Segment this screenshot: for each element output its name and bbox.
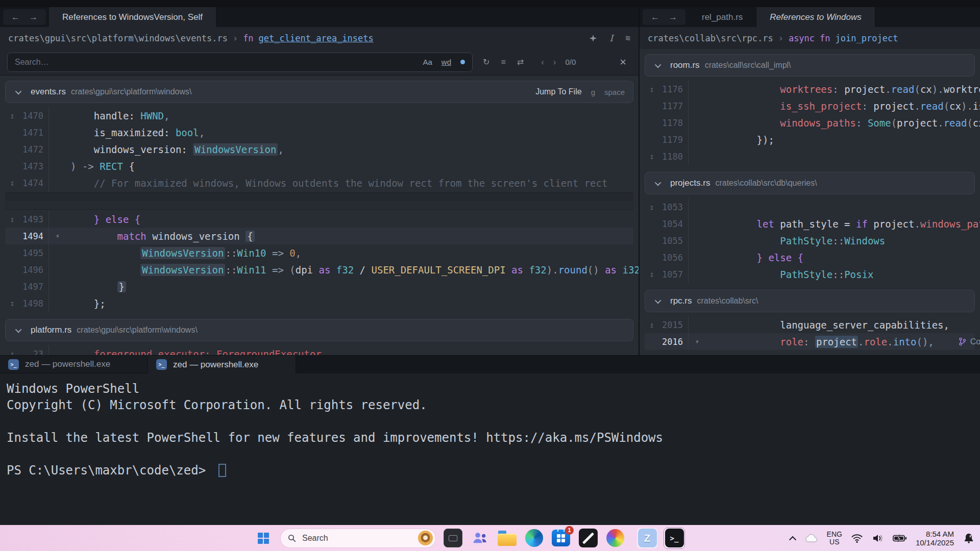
expand-excerpt-icon[interactable]: ↧	[645, 152, 659, 161]
taskbar-app-zed[interactable]: Z	[637, 528, 657, 548]
code-line[interactable]: ↧1180	[645, 148, 975, 165]
case-sensitive-toggle[interactable]: Aa	[423, 58, 432, 66]
notification-bell-icon[interactable]: z	[963, 532, 975, 544]
line-number[interactable]: 1176	[659, 81, 689, 97]
line-number[interactable]: 1054	[659, 215, 689, 232]
whole-word-toggle[interactable]: wd	[442, 58, 451, 66]
waves-icon[interactable]: ≋	[625, 33, 630, 43]
code-line[interactable]: 1472 windows_version: WindowsVersion,	[5, 141, 633, 158]
taskbar-app-edge[interactable]	[524, 528, 544, 548]
code-line[interactable]: 1495 WindowsVersion::Win10 => 0,	[5, 244, 633, 261]
file-section-header[interactable]: projects.rscrates\collab\src\db\queries\	[645, 172, 975, 194]
code-line[interactable]: ↥1053	[645, 198, 975, 215]
replace-toggle-icon[interactable]: ⇄	[517, 57, 524, 67]
line-number[interactable]: 1470	[19, 107, 49, 124]
back-icon[interactable]: ←	[11, 12, 20, 22]
expand-excerpt-icon[interactable]: ↥	[645, 85, 659, 94]
code-line[interactable]: ↥23 foreground_executor: ForegroundExecu…	[5, 345, 633, 355]
forward-icon[interactable]: →	[29, 12, 38, 22]
left-breadcrumb[interactable]: crates\gpui\src\platform\windows\events.…	[0, 27, 639, 49]
expand-excerpt-icon[interactable]: ↥	[645, 203, 659, 212]
line-number[interactable]: 1495	[19, 244, 49, 261]
code-line[interactable]: ↥1176 worktrees: project.read(cx).worktr…	[645, 81, 975, 97]
line-number[interactable]: 1055	[659, 232, 689, 249]
taskbar-app-terminal[interactable]: >_	[664, 528, 684, 548]
file-section-header[interactable]: rpc.rscrates\collab\src\	[645, 290, 975, 312]
code-line[interactable]: 2016⚡ role: project.role.into(),Conra	[645, 333, 975, 350]
line-number[interactable]: 1056	[659, 249, 689, 266]
code-line[interactable]: 1473) -> RECT {	[5, 158, 633, 174]
code-line[interactable]: ↧1498 };	[5, 295, 633, 312]
tab-references-windows[interactable]: References to Windows	[756, 7, 875, 27]
code-line[interactable]: ↧1474 // For maximized windows, Windows …	[5, 174, 633, 191]
code-line[interactable]: 1179 });	[645, 131, 975, 148]
search-highlight-icon[interactable]	[418, 531, 433, 545]
taskbar-app-dark[interactable]	[443, 528, 463, 548]
file-section-header[interactable]: events.rscrates\gpui\src\platform\window…	[5, 81, 633, 103]
code-line[interactable]: 1497 }	[5, 278, 633, 295]
onedrive-cloud-icon[interactable]	[804, 533, 818, 543]
line-number[interactable]: 1493	[19, 211, 49, 228]
search-input[interactable]: Search… Aa wd	[7, 53, 473, 72]
taskbar-app-colorwheel[interactable]	[605, 528, 625, 548]
prev-match-icon[interactable]: ‹	[541, 57, 544, 67]
file-section-header[interactable]: room.rscrates\call\src\call_impl\	[645, 54, 975, 77]
expand-excerpt-icon[interactable]: ↧	[645, 270, 659, 279]
chevron-down-icon[interactable]	[655, 61, 662, 68]
code-line[interactable]: ↧1057 PathStyle::Posix	[645, 266, 975, 283]
forward-icon[interactable]: →	[669, 12, 677, 22]
line-number[interactable]: 1177	[659, 97, 689, 114]
code-line[interactable]: 1496 WindowsVersion::Win11 => (dpi as f3…	[5, 261, 633, 278]
right-breadcrumb[interactable]: crates\collab\src\rpc.rs › async fn join…	[640, 27, 980, 49]
terminal-tab[interactable]: >_zed — powershell.exe	[148, 356, 296, 373]
line-number[interactable]: 1498	[19, 295, 49, 312]
code-line[interactable]: ↥1493 } else {	[5, 211, 633, 228]
expand-excerpt-icon[interactable]: ↧	[5, 299, 19, 308]
chevron-down-icon[interactable]	[655, 179, 662, 186]
battery-charging-icon[interactable]	[893, 534, 907, 543]
selection-list-icon[interactable]: ≡	[501, 58, 505, 67]
back-icon[interactable]: ←	[651, 12, 659, 22]
cycle-mode-icon[interactable]: ↻	[483, 57, 489, 67]
terminal-prompt[interactable]: PS C:\Users\maxbr\code\zed>	[7, 462, 980, 479]
code-line[interactable]: ↥1470 handle: HWND,	[5, 107, 633, 124]
terminal-output[interactable]: Windows PowerShellCopyright (C) Microsof…	[0, 373, 980, 479]
breadcrumb-symbol[interactable]: get_client_area_insets	[259, 33, 374, 43]
chevron-down-icon[interactable]	[15, 326, 22, 333]
line-number[interactable]: 1179	[659, 131, 689, 148]
line-number[interactable]: 2015	[659, 316, 689, 333]
code-line[interactable]: ↥2015 language_server_capabilities,	[645, 316, 975, 333]
line-number[interactable]: 1471	[19, 124, 49, 141]
line-number[interactable]: 1180	[659, 148, 689, 165]
close-search-icon[interactable]: ×	[620, 56, 626, 69]
tab-references-windowsversion[interactable]: References to WindowsVersion, Self	[49, 7, 216, 27]
expand-excerpt-icon[interactable]: ↥	[5, 215, 19, 224]
taskbar-search[interactable]: Search	[280, 529, 436, 548]
next-match-icon[interactable]: ›	[553, 57, 556, 67]
jump-to-file-button[interactable]: Jump To Filegspace	[535, 87, 625, 96]
line-number[interactable]: 1474	[19, 174, 49, 191]
code-line[interactable]: 1056 } else {	[645, 249, 975, 266]
line-number[interactable]: 1472	[19, 141, 49, 158]
wifi-icon[interactable]	[851, 533, 863, 543]
regex-toggle-icon[interactable]	[460, 60, 465, 64]
text-cursor-icon[interactable]: I	[609, 33, 613, 43]
breadcrumb-symbol[interactable]: join_project	[836, 33, 898, 43]
tab-rel-path[interactable]: rel_path.rs	[689, 7, 756, 27]
file-section-header[interactable]: platform.rscrates\gpui\src\platform\wind…	[5, 319, 633, 341]
chevron-down-icon[interactable]	[655, 297, 662, 304]
line-number[interactable]: 1178	[659, 114, 689, 131]
line-number[interactable]: 1473	[19, 158, 49, 174]
start-button[interactable]	[253, 528, 274, 548]
taskbar-app-store[interactable]: 1	[551, 528, 571, 548]
code-line[interactable]: 1178 windows_paths: Some(project.read(cx…	[645, 114, 975, 131]
taskbar-app-diagonal[interactable]	[578, 528, 598, 548]
code-line[interactable]: 1055 PathStyle::Windows	[645, 232, 975, 249]
code-actions-bolt-icon[interactable]: ⚡	[49, 232, 66, 240]
terminal-tab[interactable]: >_zed — powershell.exe	[0, 356, 148, 373]
language-indicator[interactable]: ENG US	[827, 531, 842, 546]
sparkle-icon[interactable]	[589, 34, 597, 42]
line-number[interactable]: 1053	[659, 198, 689, 215]
code-line[interactable]: 1494⚡ match windows_version {	[5, 228, 633, 244]
taskbar-app-teams[interactable]	[470, 528, 490, 548]
